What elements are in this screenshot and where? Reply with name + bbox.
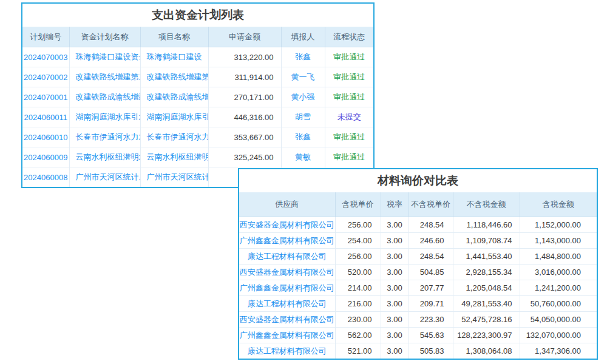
col-header-fund-plan: 资金计划名称 [69, 27, 140, 47]
col-header-project: 项目名称 [140, 27, 208, 47]
table-header-row: 计划编号 资金计划名称 项目名称 申请金额 填报人 流程状态 [22, 27, 373, 47]
status-badge: 未提交 [325, 107, 373, 127]
tax-rate-cell: 3.00 [381, 328, 409, 343]
col-header-plan-no: 计划编号 [22, 27, 69, 47]
table-row: 2024060010 长春市伊通河水力发... 长春市伊通河水力... 353,… [22, 127, 373, 147]
unit-price-notax-cell: 504.85 [409, 265, 453, 280]
unit-price-notax-cell: 248.54 [409, 217, 453, 233]
project-link[interactable]: 珠海鹤港口建设 [140, 47, 208, 67]
unit-price-tax-cell: 562.00 [335, 328, 381, 343]
unit-price-tax-cell: 230.00 [335, 312, 381, 328]
table-row: 2024070003 珠海鹤港口建设资金... 珠海鹤港口建设 313,220.… [22, 47, 373, 67]
project-link[interactable]: 长春市伊通河水力... [140, 127, 208, 147]
status-text: 审批通过 [333, 132, 365, 141]
status-badge: 审批通过 [325, 47, 373, 67]
fund-plan-link[interactable]: 云南水利枢纽潜明水... [69, 147, 140, 167]
status-text: 审批通过 [333, 52, 365, 61]
expenditure-fund-plan-title: 支出资金计划列表 [22, 4, 373, 27]
amount-cell: 446,316.00 [208, 107, 281, 127]
unit-price-tax-cell: 521.00 [335, 343, 381, 359]
person-link[interactable]: 黄一飞 [281, 67, 325, 87]
supplier-link[interactable]: 广州鑫鑫金属材料有限公司 [239, 328, 335, 343]
supplier-link[interactable]: 西安盛器金属材料有限公司 [239, 265, 335, 280]
status-text: 审批通过 [333, 72, 365, 81]
supplier-link[interactable]: 康达工程材料有限公司 [239, 296, 335, 312]
col-header-tax-rate: 税率 [381, 192, 409, 217]
material-inquiry-comparison-title: 材料询价对比表 [239, 169, 597, 192]
project-link[interactable]: 改建铁路成渝线增... [140, 87, 208, 107]
material-inquiry-comparison-panel: 材料询价对比表 供应商 含税单价 税率 不含税单价 不含税金额 含税金额 西安盛… [238, 168, 598, 360]
table-row: 广州鑫鑫金属材料有限公司 214.00 3.00 207.77 1,205,04… [239, 280, 597, 296]
amount-notax-cell: 1,118,446.60 [453, 217, 520, 233]
col-header-unit-price-tax: 含税单价 [335, 192, 381, 217]
amount-notax-cell: 1,441,553.40 [453, 249, 520, 265]
plan-no-link[interactable]: 2024070003 [22, 47, 69, 67]
amount-notax-cell: 52,475,728.16 [453, 312, 520, 328]
supplier-link[interactable]: 广州鑫鑫金属材料有限公司 [239, 233, 335, 249]
project-link[interactable]: 云南水利枢纽潜明... [140, 147, 208, 167]
unit-price-tax-cell: 214.00 [335, 280, 381, 296]
project-link[interactable]: 改建铁路线增建第... [140, 67, 208, 87]
amount-cell: 325,245.00 [208, 147, 281, 167]
plan-no-link[interactable]: 2024060009 [22, 147, 69, 167]
unit-price-notax-cell: 246.60 [409, 233, 453, 249]
fund-plan-link[interactable]: 广州市天河区统计局... [69, 167, 140, 187]
table-row: 西安盛器金属材料有限公司 256.00 3.00 248.54 1,118,44… [239, 217, 597, 233]
supplier-link[interactable]: 康达工程材料有限公司 [239, 343, 335, 359]
fund-plan-link[interactable]: 湖南洞庭湖水库引水... [69, 107, 140, 127]
table-row: 2024070002 改建铁路线增建第二... 改建铁路线增建第... 311,… [22, 67, 373, 87]
material-inquiry-comparison-table: 供应商 含税单价 税率 不含税单价 不含税金额 含税金额 西安盛器金属材料有限公… [239, 192, 597, 359]
table-row: 2024060011 湖南洞庭湖水库引水... 湖南洞庭湖水库引... 446,… [22, 107, 373, 127]
supplier-link[interactable]: 康达工程材料有限公司 [239, 249, 335, 265]
supplier-link[interactable]: 西安盛器金属材料有限公司 [239, 217, 335, 233]
plan-no-link[interactable]: 2024060010 [22, 127, 69, 147]
tax-rate-cell: 3.00 [381, 217, 409, 233]
amount-tax-cell: 1,347,306.00 [520, 343, 597, 359]
amount-cell: 311,914.00 [208, 67, 281, 87]
app-canvas: 支出资金计划列表 计划编号 资金计划名称 项目名称 申请金额 填报人 流程状态 … [0, 0, 607, 364]
person-link[interactable]: 胡雪 [281, 107, 325, 127]
status-text: 审批通过 [333, 92, 365, 101]
unit-price-notax-cell: 248.54 [409, 249, 453, 265]
col-header-amount: 申请金额 [208, 27, 281, 47]
table-row: 西安盛器金属材料有限公司 230.00 3.00 223.30 52,475,7… [239, 312, 597, 328]
table-row: 广州鑫鑫金属材料有限公司 254.00 3.00 246.60 1,109,70… [239, 233, 597, 249]
supplier-link[interactable]: 广州鑫鑫金属材料有限公司 [239, 280, 335, 296]
status-text: 未提交 [337, 112, 361, 121]
amount-tax-cell: 1,143,000.00 [520, 233, 597, 249]
tax-rate-cell: 3.00 [381, 249, 409, 265]
person-link[interactable]: 张鑫 [281, 47, 325, 67]
person-link[interactable]: 黄敏 [281, 147, 325, 167]
supplier-link[interactable]: 西安盛器金属材料有限公司 [239, 312, 335, 328]
amount-tax-cell: 1,152,000.00 [520, 217, 597, 233]
expenditure-fund-plan-panel: 支出资金计划列表 计划编号 资金计划名称 项目名称 申请金额 填报人 流程状态 … [21, 2, 375, 188]
plan-no-link[interactable]: 2024070001 [22, 87, 69, 107]
unit-price-tax-cell: 520.00 [335, 265, 381, 280]
amount-notax-cell: 1,308,064.08 [453, 343, 520, 359]
status-text: 审批通过 [333, 152, 365, 161]
fund-plan-link[interactable]: 珠海鹤港口建设资金... [69, 47, 140, 67]
fund-plan-link[interactable]: 改建铁路成渝线增建... [69, 87, 140, 107]
plan-no-link[interactable]: 2024060011 [22, 107, 69, 127]
plan-no-link[interactable]: 2024060008 [22, 167, 69, 187]
amount-tax-cell: 50,760,000.00 [520, 296, 597, 312]
fund-plan-link[interactable]: 改建铁路线增建第二... [69, 67, 140, 87]
unit-price-notax-cell: 209.71 [409, 296, 453, 312]
project-link[interactable]: 湖南洞庭湖水库引... [140, 107, 208, 127]
person-link[interactable]: 黄小强 [281, 87, 325, 107]
plan-no-link[interactable]: 2024070002 [22, 67, 69, 87]
unit-price-notax-cell: 223.30 [409, 312, 453, 328]
unit-price-notax-cell: 545.63 [409, 328, 453, 343]
amount-cell: 353,667.00 [208, 127, 281, 147]
fund-plan-link[interactable]: 长春市伊通河水力发... [69, 127, 140, 147]
table-row: 2024070001 改建铁路成渝线增建... 改建铁路成渝线增... 270,… [22, 87, 373, 107]
tax-rate-cell: 3.00 [381, 343, 409, 359]
person-link[interactable]: 张鑫 [281, 127, 325, 147]
unit-price-tax-cell: 254.00 [335, 233, 381, 249]
amount-notax-cell: 2,928,155.34 [453, 265, 520, 280]
status-badge: 审批通过 [325, 67, 373, 87]
amount-notax-cell: 128,223,300.97 [453, 328, 520, 343]
amount-notax-cell: 1,109,708.74 [453, 233, 520, 249]
project-link[interactable]: 广州市天河区统计... [140, 167, 208, 187]
table-row: 康达工程材料有限公司 521.00 3.00 505.83 1,308,064.… [239, 343, 597, 359]
